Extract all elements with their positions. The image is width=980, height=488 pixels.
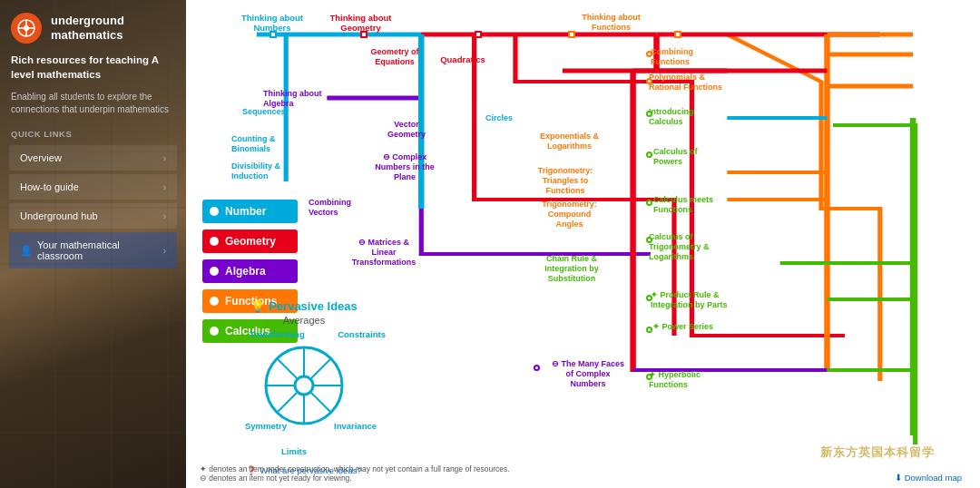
subtagline: Enabling all students to explore the con… <box>0 89 186 125</box>
logo-text: underground mathematics <box>51 14 124 42</box>
download-link[interactable]: ⬇ Download map <box>895 473 962 483</box>
nav-item-hub-label: Underground hub <box>20 210 98 221</box>
node-thinking-algebra[interactable]: Thinking about Algebra <box>263 89 331 109</box>
nav-arrow-overview: › <box>163 153 166 163</box>
node-chain-rule[interactable]: Chain Rule & Integration by Substitution <box>535 254 608 283</box>
pervasive-title-text: Pervasive Ideas <box>269 299 358 313</box>
station-calculus-meets <box>646 200 652 206</box>
wheel-label-symmetry: Symmetry <box>245 421 287 431</box>
main-content: Number Geometry Algebra Functions <box>186 0 980 488</box>
wheel-label-limits: Limits <box>281 446 307 456</box>
wheel-container: Transforming Constraints Symmetry Invari… <box>250 331 358 440</box>
nav-item-classroom-label: Your mathematical classroom <box>37 239 163 261</box>
pervasive-ideas-section: 💡 Pervasive Ideas Averages <box>213 299 395 475</box>
legend-item-number[interactable]: Number <box>202 200 298 223</box>
node-trig-compound[interactable]: Trigonometry: Compound Angles <box>535 200 603 229</box>
station-calculus-powers <box>646 151 652 158</box>
station-many-faces <box>534 365 540 371</box>
station-dot-quadratics <box>475 31 482 38</box>
svg-line-35 <box>311 358 331 378</box>
node-divisibility[interactable]: Divisibility & Induction <box>231 161 295 181</box>
station-combining-functions <box>646 51 652 57</box>
nav-item-howto-label: How-to guide <box>20 181 79 192</box>
node-polynomials[interactable]: Polynomials & Rational Functions <box>649 73 730 93</box>
logo-area: underground mathematics <box>0 0 186 53</box>
nav-arrow-hub: › <box>163 211 166 221</box>
node-vector-geometry[interactable]: Vector Geometry <box>379 120 434 140</box>
nav-item-howto[interactable]: How-to guide › <box>9 174 177 200</box>
sidebar: underground mathematics Rich resources f… <box>0 0 186 488</box>
node-trig-triangles[interactable]: Trigonometry: Triangles to Functions <box>529 166 602 195</box>
wheel-label-constraints: Constraints <box>338 329 386 339</box>
legend-label-algebra: Algebra <box>225 265 266 278</box>
footer-note1: ✦ denotes an item under construction, wh… <box>200 464 510 473</box>
legend-label-geometry: Geometry <box>225 235 276 248</box>
svg-line-36 <box>277 393 297 413</box>
svg-point-28 <box>295 376 313 395</box>
node-sequences[interactable]: Sequences <box>242 107 286 116</box>
quick-links-label: Quick links <box>0 125 186 143</box>
nav-item-classroom[interactable]: 👤 Your mathematical classroom › <box>9 232 177 268</box>
pervasive-icon: 💡 <box>250 299 265 313</box>
station-dot-functions <box>568 31 575 38</box>
nav-item-overview-label: Overview <box>20 152 62 163</box>
node-counting-binomials[interactable]: Counting & Binomials <box>231 134 295 154</box>
station-dot-geometry <box>360 31 368 38</box>
map-container: Number Geometry Algebra Functions <box>186 0 980 488</box>
station-calculus-trig <box>646 237 652 243</box>
node-introducing-calculus[interactable]: Introducing Calculus <box>649 107 721 127</box>
node-circles[interactable]: Circles <box>485 113 513 122</box>
node-hyperbolic[interactable]: ✦ Hyperbolic Functions <box>649 370 721 390</box>
legend-label-number: Number <box>225 205 266 218</box>
node-quadratics[interactable]: Quadratics <box>436 54 490 64</box>
node-power-series[interactable]: ✦ Power Series <box>652 322 716 332</box>
svg-point-3 <box>24 25 29 31</box>
map-footer: ✦ denotes an item under construction, wh… <box>200 464 510 483</box>
wheel-label-invariance: Invariance <box>334 421 377 431</box>
logo-icon <box>11 13 42 44</box>
station-hyperbolic <box>646 374 652 380</box>
station-power-series <box>646 327 652 333</box>
station-intro-calculus <box>646 111 652 117</box>
node-calculus-powers[interactable]: Calculus of Powers <box>653 147 717 167</box>
nav-item-overview[interactable]: Overview › <box>9 145 177 171</box>
footer-note2: ⊖ denotes an item not yet ready for view… <box>200 473 510 483</box>
station-dot-tafunctions <box>674 31 681 38</box>
svg-line-33 <box>277 358 297 378</box>
logo-label: underground mathematics <box>51 14 124 42</box>
node-exponentials[interactable]: Exponentials & Logarithms <box>535 132 603 151</box>
node-calculus-trig-log[interactable]: Calculus of Trigonometry & Logarithms <box>649 232 721 261</box>
download-label: Download map <box>905 473 962 483</box>
legend-box-geometry[interactable]: Geometry <box>202 229 298 253</box>
wheel-label-transforming: Transforming <box>250 329 305 339</box>
nav-arrow-howto: › <box>163 182 166 192</box>
station-dot-numbers <box>270 31 277 38</box>
pervasive-title: 💡 Pervasive Ideas <box>213 299 395 313</box>
station-polynomials <box>646 78 652 84</box>
legend-item-geometry[interactable]: Geometry <box>202 229 298 253</box>
download-icon: ⬇ <box>895 473 902 483</box>
sidebar-content: underground mathematics Rich resources f… <box>0 0 186 488</box>
node-calculus-meets-functions[interactable]: Calculus meets Functions <box>653 195 721 215</box>
node-geometry-equations[interactable]: Geometry of Equations <box>363 47 426 67</box>
station-product-rule <box>646 295 652 301</box>
node-matrices[interactable]: ⊖ Matrices & Linear Transformations <box>348 238 420 267</box>
nav-item-classroom-icon: 👤 <box>20 245 33 257</box>
legend-box-number[interactable]: Number <box>202 200 298 223</box>
legend-box-algebra[interactable]: Algebra <box>202 259 298 283</box>
nav-arrow-classroom: › <box>163 246 166 256</box>
node-complex-numbers[interactable]: ⊖ Complex Numbers in the Plane <box>374 152 436 181</box>
node-combining-functions[interactable]: Combining Functions <box>651 47 723 67</box>
watermark: 新东方英国本科留学 <box>820 444 935 461</box>
nav-item-hub[interactable]: Underground hub › <box>9 203 177 229</box>
node-many-faces[interactable]: ⊖ The Many Faces of Complex Numbers <box>547 359 629 388</box>
node-combining-vectors[interactable]: Combining Vectors <box>309 198 368 218</box>
tagline: Rich resources for teaching A level math… <box>0 53 186 89</box>
node-thinking-functions[interactable]: Thinking about Functions <box>577 13 645 33</box>
pervasive-subtitle: Averages <box>213 315 395 326</box>
svg-line-34 <box>311 393 331 413</box>
node-product-rule[interactable]: ✦ Product Rule & Integration by Parts <box>651 290 728 310</box>
legend-item-algebra[interactable]: Algebra <box>202 259 298 283</box>
